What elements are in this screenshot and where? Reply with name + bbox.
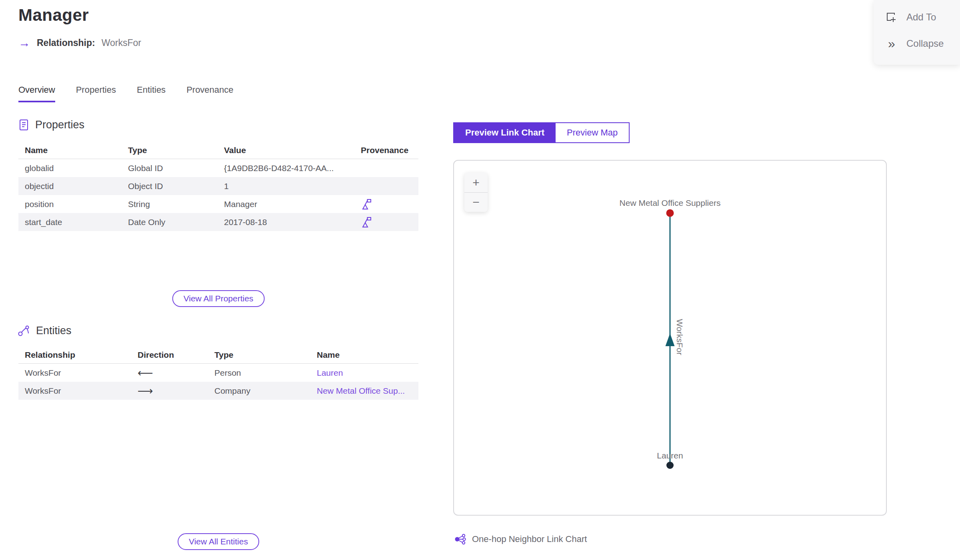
col-provenance: Provenance: [354, 145, 418, 155]
person-node-label: Lauren: [657, 451, 683, 460]
collapse-button[interactable]: » Collapse: [874, 30, 960, 57]
entity-relationship: WorksFor: [18, 368, 131, 378]
properties-icon: [18, 118, 30, 131]
prop-value: {1A9DB2B6-D482-4170-AA...: [218, 163, 354, 173]
relationship-arrow-icon: →: [18, 37, 30, 49]
table-row: start_date Date Only 2017-08-18: [18, 213, 418, 231]
zoom-control: + −: [464, 173, 488, 212]
prop-value: 1: [218, 181, 354, 191]
add-to-button[interactable]: Add To: [874, 4, 960, 30]
entity-name-link[interactable]: New Metal Office Sup...: [310, 386, 418, 396]
properties-section-title: Properties: [35, 119, 84, 131]
tab-overview[interactable]: Overview: [18, 85, 55, 102]
quick-actions-panel: Add To » Collapse: [874, 0, 960, 65]
prop-type: Object ID: [122, 181, 218, 191]
add-to-icon: [885, 11, 898, 24]
col-type: Type: [208, 350, 310, 360]
prop-name: objectid: [18, 181, 122, 191]
view-all-entities-button[interactable]: View All Entities: [178, 533, 259, 550]
prop-value: 2017-08-18: [218, 217, 354, 227]
table-row: objectid Object ID 1: [18, 177, 418, 195]
entities-icon: [18, 325, 30, 337]
collapse-label: Collapse: [906, 38, 944, 49]
col-name: Name: [18, 145, 122, 155]
view-all-properties-button[interactable]: View All Properties: [172, 290, 265, 307]
detail-tabs: Overview Properties Entities Provenance: [18, 85, 234, 102]
page-title: Manager: [18, 6, 89, 25]
prop-type: Global ID: [122, 163, 218, 173]
company-node-label: New Metal Office Suppliers: [620, 198, 721, 208]
person-node[interactable]: [666, 462, 674, 469]
subtitle-label: Relationship:: [37, 38, 95, 48]
table-row: WorksFor ⟵ Person Lauren: [18, 364, 418, 382]
table-row: WorksFor ⟶ Company New Metal Office Sup.…: [18, 382, 418, 400]
col-type: Type: [122, 145, 218, 155]
direction-arrow-icon: ⟶: [131, 385, 208, 397]
col-relationship: Relationship: [18, 350, 131, 360]
chart-caption-label: One-hop Neighbor Link Chart: [472, 534, 587, 544]
col-value: Value: [218, 145, 354, 155]
prop-name: start_date: [18, 217, 122, 227]
preview-link-chart-button[interactable]: Preview Link Chart: [454, 123, 556, 142]
entity-name-link[interactable]: Lauren: [310, 368, 418, 378]
collapse-icon: »: [885, 37, 898, 50]
edge-arrowhead-icon: [666, 333, 675, 346]
entity-type: Company: [208, 386, 310, 396]
prop-value: Manager: [218, 199, 354, 209]
relationship-details-page: Manager → Relationship: WorksFor Add To …: [0, 0, 960, 560]
prop-type: String: [122, 199, 218, 209]
direction-arrow-icon: ⟵: [131, 367, 208, 379]
chart-caption: One-hop Neighbor Link Chart: [454, 533, 587, 545]
tab-entities[interactable]: Entities: [137, 85, 166, 102]
tab-properties[interactable]: Properties: [76, 85, 116, 102]
entity-relationship: WorksFor: [18, 386, 131, 396]
properties-section-header: Properties: [18, 118, 84, 131]
properties-table-header: Name Type Value Provenance: [18, 141, 418, 159]
prop-name: globalid: [18, 163, 122, 173]
relationship-subtitle: → Relationship: WorksFor: [18, 37, 141, 49]
subtitle-value: WorksFor: [102, 38, 141, 48]
col-name: Name: [310, 350, 418, 360]
company-node[interactable]: [666, 209, 674, 217]
prop-name: position: [18, 199, 122, 209]
entities-table-header: Relationship Direction Type Name: [18, 346, 418, 364]
provenance-flag-icon[interactable]: [361, 198, 372, 210]
preview-map-button[interactable]: Preview Map: [556, 123, 629, 142]
preview-toggle-group: Preview Link Chart Preview Map: [453, 122, 630, 143]
entities-table: Relationship Direction Type Name WorksFo…: [18, 346, 418, 400]
zoom-in-button[interactable]: +: [464, 173, 488, 192]
col-direction: Direction: [131, 350, 208, 360]
provenance-flag-icon[interactable]: [361, 216, 372, 228]
prop-type: Date Only: [122, 217, 218, 227]
link-chart-canvas: [454, 161, 886, 515]
table-row: position String Manager: [18, 195, 418, 213]
properties-table: Name Type Value Provenance globalid Glob…: [18, 141, 418, 231]
zoom-out-button[interactable]: −: [464, 192, 488, 212]
link-chart-preview[interactable]: New Metal Office Suppliers Lauren WorksF…: [453, 160, 887, 516]
one-hop-link-chart-icon: [454, 533, 466, 545]
add-to-label: Add To: [906, 12, 936, 23]
entities-section-header: Entities: [18, 325, 72, 337]
entities-section-title: Entities: [36, 325, 72, 337]
entity-type: Person: [208, 368, 310, 378]
table-row: globalid Global ID {1A9DB2B6-D482-4170-A…: [18, 159, 418, 177]
tab-provenance[interactable]: Provenance: [186, 85, 233, 102]
edge-label: WorksFor: [675, 319, 684, 355]
